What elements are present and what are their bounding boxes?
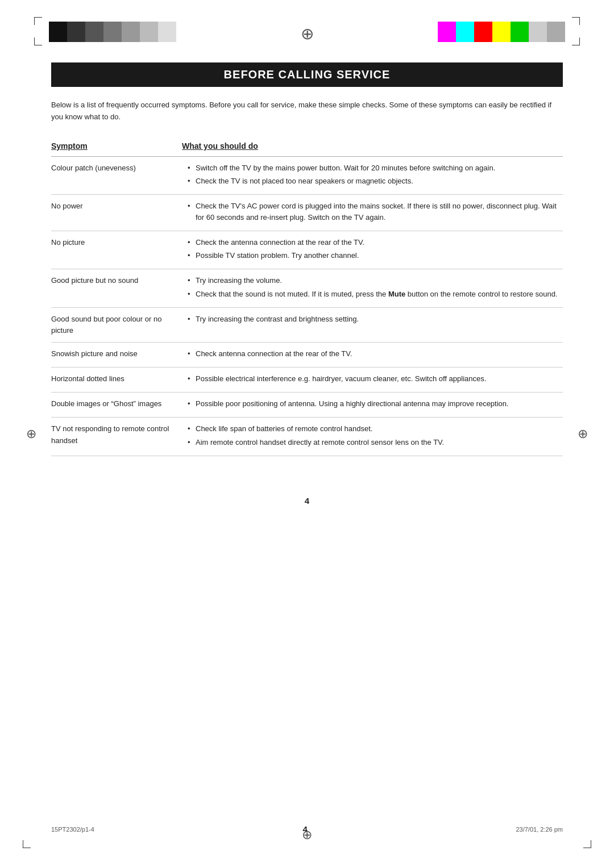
- solution-list: Try increasing the volume.Check that the…: [188, 275, 563, 299]
- solution-item: Check life span of batteries of remote c…: [188, 423, 563, 435]
- color-block: [49, 22, 67, 42]
- color-block: [158, 22, 176, 42]
- solution-list: Check the TV's AC power cord is plugged …: [188, 201, 563, 223]
- symptom-cell: Snowish picture and noise: [51, 343, 182, 368]
- color-strip-left: [49, 22, 176, 42]
- color-block: [547, 22, 565, 42]
- color-block: [456, 22, 474, 42]
- table-row: Snowish picture and noiseCheck antenna c…: [51, 343, 563, 368]
- color-block: [492, 22, 511, 42]
- bold-text: Mute: [388, 290, 405, 298]
- table-row: Horizontal dotted linesPossible electric…: [51, 368, 563, 393]
- table-row: Good sound but poor colour or no picture…: [51, 307, 563, 342]
- solution-list: Check life span of batteries of remote c…: [188, 423, 563, 448]
- solution-item: Possible electrical interference e.g. ha…: [188, 373, 563, 385]
- title-banner: Before Calling Service: [51, 62, 563, 87]
- table-row: Double images or “Ghost” imagesPossible …: [51, 393, 563, 418]
- solution-cell: Possible poor positioning of antenna. Us…: [182, 393, 563, 418]
- solution-list: Switch off the TV by the mains power but…: [188, 162, 563, 187]
- footer-code: 15PT2302/p1-4: [51, 826, 94, 833]
- solution-item: Check that the sound is not muted. If it…: [188, 289, 563, 300]
- symptom-col-header: Symptom: [51, 139, 182, 157]
- footer-date: 23/7/01, 2:26 pm: [516, 826, 563, 833]
- solution-cell: Possible electrical interference e.g. ha…: [182, 368, 563, 393]
- symptom-cell: Colour patch (uneveness): [51, 156, 182, 194]
- color-block: [438, 22, 456, 42]
- table-row: Colour patch (uneveness)Switch off the T…: [51, 156, 563, 194]
- color-block: [85, 22, 103, 42]
- symptom-cell: Horizontal dotted lines: [51, 368, 182, 393]
- symptom-cell: TV not responding to remote control hand…: [51, 418, 182, 456]
- symptom-cell: Good picture but no sound: [51, 269, 182, 307]
- page-number-center: 4: [0, 496, 614, 506]
- top-crosshair: ⊕: [301, 24, 314, 43]
- solution-list: Try increasing the contrast and brightne…: [188, 314, 563, 325]
- top-bar: ⊕: [0, 0, 614, 57]
- content-area: Before Calling Service Below is a list o…: [0, 57, 614, 479]
- page-wrapper: ⊕ ⊕ ⊕ Before Calling Service B: [0, 0, 614, 868]
- symptom-cell: No picture: [51, 231, 182, 269]
- solution-col-header: What you should do: [182, 139, 563, 157]
- solution-cell: Check antenna connection at the rear of …: [182, 343, 563, 368]
- solution-item: Try increasing the volume.: [188, 275, 563, 286]
- symptom-table: Symptom What you should do Colour patch …: [51, 139, 563, 456]
- page-title: Before Calling Service: [63, 68, 551, 81]
- solution-list: Possible electrical interference e.g. ha…: [188, 373, 563, 385]
- symptom-cell: Double images or “Ghost” images: [51, 393, 182, 418]
- color-block: [140, 22, 158, 42]
- color-block: [122, 22, 140, 42]
- solution-item: Possible poor positioning of antenna. Us…: [188, 398, 563, 410]
- side-crosshair-left: ⊕: [26, 427, 36, 441]
- bottom-left-corner-mark: [23, 840, 31, 848]
- color-block: [474, 22, 492, 42]
- color-block: [67, 22, 85, 42]
- solution-item: Switch off the TV by the mains power but…: [188, 162, 563, 174]
- solution-item: Check antenna connection at the rear of …: [188, 348, 563, 360]
- solution-item: Check the TV's AC power cord is plugged …: [188, 201, 563, 223]
- solution-item: Aim remote control handset directly at r…: [188, 437, 563, 448]
- solution-list: Check the antenna connection at the rear…: [188, 237, 563, 261]
- bottom-right-corner-mark: [583, 840, 591, 848]
- solution-cell: Try increasing the contrast and brightne…: [182, 307, 563, 342]
- color-strip-right: [438, 22, 565, 42]
- solution-item: Check the antenna connection at the rear…: [188, 237, 563, 248]
- side-crosshair-right: ⊕: [578, 427, 588, 441]
- solution-item: Check the TV is not placed too near spea…: [188, 176, 563, 187]
- table-header-row: Symptom What you should do: [51, 139, 563, 157]
- color-block: [511, 22, 529, 42]
- solution-cell: Check life span of batteries of remote c…: [182, 418, 563, 456]
- solution-cell: Try increasing the volume.Check that the…: [182, 269, 563, 307]
- solution-cell: Switch off the TV by the mains power but…: [182, 156, 563, 194]
- table-row: No powerCheck the TV's AC power cord is …: [51, 194, 563, 231]
- solution-list: Possible poor positioning of antenna. Us…: [188, 398, 563, 410]
- solution-item: Possible TV station problem. Try another…: [188, 250, 563, 261]
- bottom-crosshair: ⊕: [302, 828, 312, 842]
- solution-cell: Check the antenna connection at the rear…: [182, 231, 563, 269]
- table-row: No pictureCheck the antenna connection a…: [51, 231, 563, 269]
- table-row: TV not responding to remote control hand…: [51, 418, 563, 456]
- color-block: [103, 22, 122, 42]
- solution-item: Try increasing the contrast and brightne…: [188, 314, 563, 325]
- solution-cell: Check the TV's AC power cord is plugged …: [182, 194, 563, 231]
- solution-list: Check antenna connection at the rear of …: [188, 348, 563, 360]
- symptom-cell: No power: [51, 194, 182, 231]
- symptom-cell: Good sound but poor colour or no picture: [51, 307, 182, 342]
- table-row: Good picture but no soundTry increasing …: [51, 269, 563, 307]
- intro-text: Below is a list of frequently occurred s…: [51, 99, 563, 123]
- color-block: [529, 22, 547, 42]
